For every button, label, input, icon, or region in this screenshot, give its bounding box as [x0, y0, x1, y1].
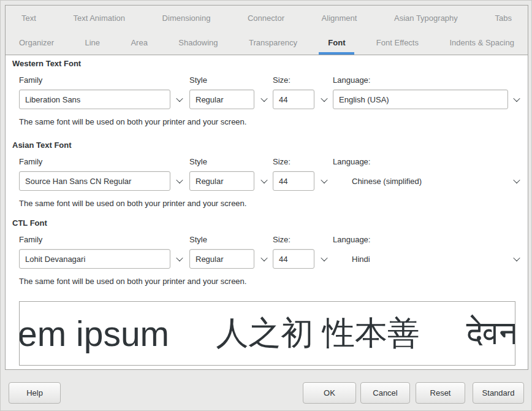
preview-latin-text: em ipsum — [19, 313, 169, 354]
reset-button[interactable]: Reset — [416, 382, 465, 404]
asian-style-dropdown-button[interactable] — [257, 171, 272, 191]
chevron-down-icon — [513, 255, 520, 261]
chevron-down-icon — [176, 255, 183, 261]
ctl-family-combobox[interactable]: Lohit Devanagari — [19, 249, 170, 269]
tab-font-effects[interactable]: Font Effects — [376, 30, 419, 55]
style-label: Style — [189, 235, 207, 244]
western-style-dropdown-button[interactable] — [257, 90, 272, 109]
chevron-down-icon — [321, 255, 327, 261]
chevron-down-icon — [176, 95, 183, 102]
ctl-style-dropdown-button[interactable] — [257, 249, 272, 269]
chevron-down-icon — [321, 95, 327, 102]
tab-asian-typography[interactable]: Asian Typography — [394, 6, 458, 30]
chevron-down-icon — [260, 95, 267, 102]
ctl-family-dropdown-button[interactable] — [172, 249, 187, 269]
ctl-size-dropdown-button[interactable] — [317, 249, 332, 269]
western-style-value: Regular — [196, 95, 224, 104]
western-family-combobox[interactable]: Liberation Sans — [19, 90, 170, 109]
language-label: Language: — [333, 235, 370, 244]
section-ctl-font: CTL Font Family Style Size: Language: Lo… — [6, 218, 528, 298]
western-family-dropdown-button[interactable] — [172, 90, 187, 109]
ctl-style-value: Regular — [196, 255, 224, 264]
tab-row-2: Organizer Line Area Shadowing Transparen… — [6, 30, 528, 55]
section-title: CTL Font — [12, 218, 47, 228]
tab-row-1: Text Text Animation Dimensioning Connect… — [6, 6, 528, 30]
section-asian-text-font: Asian Text Font Family Style Size: Langu… — [6, 140, 528, 220]
asian-family-dropdown-button[interactable] — [172, 171, 187, 191]
ctl-family-value: Lohit Devanagari — [25, 255, 85, 264]
character-dialog: Text Text Animation Dimensioning Connect… — [0, 0, 532, 411]
ctl-language-dropdown[interactable]: Hindi — [352, 249, 370, 269]
asian-language-value: Chinese (simplified) — [352, 177, 422, 186]
style-label: Style — [189, 157, 207, 166]
family-label: Family — [19, 75, 42, 85]
ctl-size-combobox[interactable]: 44 — [273, 249, 314, 269]
printer-screen-note: The same font will be used on both your … — [19, 199, 246, 208]
western-style-combobox[interactable]: Regular — [189, 90, 254, 109]
chevron-down-icon — [513, 177, 520, 183]
tab-strip: Text Text Animation Dimensioning Connect… — [6, 6, 528, 55]
tab-dimensioning[interactable]: Dimensioning — [162, 6, 211, 30]
section-western-text-font: Western Text Font Family Style Size: Lan… — [6, 59, 528, 139]
tab-text[interactable]: Text — [21, 6, 36, 30]
ok-button[interactable]: OK — [303, 382, 356, 404]
standard-button[interactable]: Standard — [473, 382, 524, 404]
tab-text-animation[interactable]: Text Animation — [73, 6, 125, 30]
help-button[interactable]: Help — [9, 382, 61, 404]
asian-family-value: Source Han Sans CN Regular — [25, 177, 131, 186]
preview-devanagari-text: देवन — [466, 314, 515, 353]
tab-connector[interactable]: Connector — [248, 6, 284, 30]
size-label: Size: — [273, 157, 291, 166]
asian-size-value: 44 — [279, 177, 287, 186]
printer-screen-note: The same font will be used on both your … — [19, 117, 246, 126]
size-label: Size: — [273, 235, 291, 244]
tab-shadowing[interactable]: Shadowing — [178, 30, 218, 55]
family-label: Family — [19, 157, 42, 166]
preview-cjk-text: 人之初 性本善 — [216, 312, 420, 356]
language-label: Language: — [333, 157, 370, 166]
printer-screen-note: The same font will be used on both your … — [19, 277, 246, 286]
tab-indents-spacing[interactable]: Indents & Spacing — [449, 30, 514, 55]
size-label: Size: — [273, 75, 291, 85]
font-preview: em ipsum 人之初 性本善 देवन — [19, 301, 515, 366]
western-family-value: Liberation Sans — [25, 95, 80, 104]
tab-alignment[interactable]: Alignment — [322, 6, 357, 30]
style-label: Style — [189, 75, 207, 85]
ctl-language-dropdown-button[interactable] — [509, 249, 524, 269]
family-label: Family — [19, 235, 42, 244]
asian-language-dropdown[interactable]: Chinese (simplified) — [352, 171, 422, 191]
chevron-down-icon — [513, 95, 520, 102]
language-label: Language: — [333, 75, 370, 85]
tab-line[interactable]: Line — [85, 30, 100, 55]
asian-style-combobox[interactable]: Regular — [189, 171, 254, 191]
tab-font[interactable]: Font — [328, 30, 345, 55]
dialog-panel: Text Text Animation Dimensioning Connect… — [5, 5, 528, 370]
western-language-combobox[interactable]: English (USA) — [333, 90, 508, 109]
chevron-down-icon — [260, 177, 267, 183]
western-size-dropdown-button[interactable] — [317, 90, 332, 109]
section-title: Western Text Font — [12, 59, 81, 68]
asian-family-combobox[interactable]: Source Han Sans CN Regular — [19, 171, 170, 191]
font-tab-page: Western Text Font Family Style Size: Lan… — [6, 55, 528, 370]
asian-style-value: Regular — [196, 177, 224, 186]
chevron-down-icon — [176, 177, 183, 183]
western-language-dropdown-button[interactable] — [509, 90, 524, 109]
ctl-size-value: 44 — [279, 255, 287, 264]
section-title: Asian Text Font — [12, 140, 72, 150]
asian-size-dropdown-button[interactable] — [317, 171, 332, 191]
tab-area[interactable]: Area — [131, 30, 147, 55]
western-size-value: 44 — [279, 95, 287, 104]
cancel-button[interactable]: Cancel — [360, 382, 410, 404]
chevron-down-icon — [321, 177, 327, 183]
asian-size-combobox[interactable]: 44 — [273, 171, 314, 191]
asian-language-dropdown-button[interactable] — [509, 171, 524, 191]
chevron-down-icon — [260, 255, 267, 261]
ctl-language-value: Hindi — [352, 255, 370, 264]
tab-organizer[interactable]: Organizer — [19, 30, 54, 55]
tab-tabs[interactable]: Tabs — [495, 6, 511, 30]
ctl-style-combobox[interactable]: Regular — [189, 249, 254, 269]
western-size-combobox[interactable]: 44 — [273, 90, 314, 109]
tab-transparency[interactable]: Transparency — [249, 30, 297, 55]
western-language-value: English (USA) — [339, 95, 389, 104]
